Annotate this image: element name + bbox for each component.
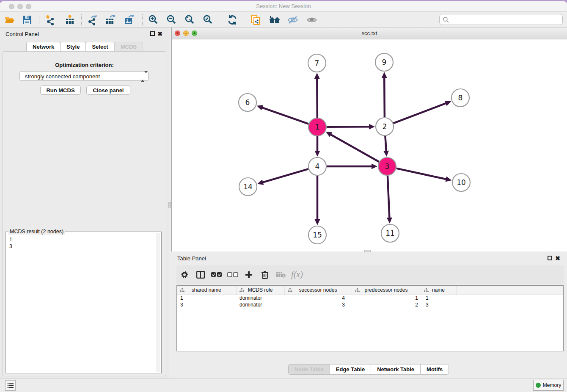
search-input[interactable]	[451, 15, 560, 24]
task-history-button[interactable]	[5, 380, 16, 391]
tab-network[interactable]: Network	[26, 42, 61, 51]
graph-node-3[interactable]: 3	[378, 157, 396, 175]
clone-network-icon[interactable]	[249, 14, 262, 26]
tab-mcds[interactable]: MCDS	[114, 42, 143, 51]
cell-MCDS-role[interactable]: dominator	[236, 301, 284, 308]
cell-filler	[456, 295, 563, 301]
cell-MCDS-role[interactable]: dominator	[236, 295, 284, 301]
cell-name[interactable]: 3	[421, 301, 456, 308]
cell-name[interactable]: 1	[421, 295, 456, 301]
graph-node-9[interactable]: 9	[375, 53, 393, 71]
optimization-label: Optimization criterion:	[3, 62, 166, 68]
export-network-icon[interactable]	[86, 14, 99, 26]
select-stepper-icon	[141, 73, 145, 80]
graph-node-15[interactable]: 15	[308, 226, 326, 244]
graph-edge-2-3[interactable]	[385, 136, 386, 152]
close-panel-button[interactable]: Close panel	[86, 86, 130, 95]
column-header-shared-name[interactable]: shared name	[177, 286, 236, 295]
app-window: Session: New Session	[0, 1, 567, 392]
tab-select[interactable]: Select	[85, 42, 114, 51]
open-session-icon[interactable]	[3, 14, 16, 26]
table-settings-icon[interactable]	[176, 271, 193, 279]
delete-column-icon[interactable]	[257, 271, 273, 279]
graph-node-8[interactable]: 8	[451, 89, 469, 107]
main-toolbar	[0, 12, 567, 28]
graph-edge-3-1[interactable]	[330, 134, 379, 162]
table-float-icon[interactable]	[548, 256, 552, 260]
graph-node-7[interactable]: 7	[308, 54, 326, 72]
table-close-icon[interactable]: ✖	[555, 256, 560, 261]
window-title: Session: New Session	[0, 3, 567, 9]
hide-selected-icon[interactable]	[286, 14, 299, 26]
graph-node-10[interactable]: 10	[452, 174, 470, 191]
graph-edge-1-6[interactable]	[261, 108, 308, 124]
tab-motifs[interactable]: Motifs	[420, 364, 449, 375]
column-header-predecessor-nodes[interactable]: predecessor nodes	[352, 286, 421, 295]
cell-predecessor-nodes[interactable]: 1	[352, 295, 421, 301]
tab-network-table[interactable]: Network Table	[371, 364, 421, 375]
memory-button[interactable]: Memory	[533, 380, 564, 391]
network-graph[interactable]: 1234678910111415	[172, 39, 567, 251]
close-panel-icon[interactable]: ✖	[157, 31, 162, 36]
export-table-icon[interactable]	[104, 14, 117, 26]
cell-shared-name[interactable]: 3	[177, 301, 236, 308]
cell-shared-name[interactable]: 1	[177, 295, 236, 301]
graph-edge-2-8[interactable]	[394, 103, 447, 123]
column-header-name[interactable]: name	[421, 286, 456, 295]
column-header-MCDS-role[interactable]: MCDS role	[236, 286, 284, 295]
cell-successor-nodes[interactable]: 3	[284, 301, 352, 308]
zoom-fit-icon[interactable]	[184, 14, 196, 26]
tab-node-table[interactable]: Node Table	[288, 364, 330, 375]
control-panel-tabs: NetworkStyleSelectMCDS	[0, 42, 169, 51]
optimization-select[interactable]: strongly connected component	[19, 71, 149, 81]
graph-edge-1-7[interactable]	[317, 78, 317, 118]
table-row[interactable]: 3dominator323	[177, 301, 563, 308]
network-titlebar[interactable]: × − + scc.txt	[172, 28, 567, 39]
tab-style[interactable]: Style	[60, 42, 86, 51]
graph-node-1[interactable]: 1	[308, 118, 326, 136]
show-all-icon[interactable]	[306, 14, 318, 26]
graph-node-11[interactable]: 11	[381, 224, 399, 242]
import-network-icon[interactable]	[44, 14, 56, 26]
zoom-selected-icon[interactable]	[202, 14, 215, 26]
import-table-icon[interactable]	[63, 14, 76, 26]
split-columns-icon[interactable]	[193, 271, 209, 279]
svg-text:11: 11	[385, 229, 395, 237]
save-session-icon[interactable]	[21, 14, 33, 26]
graph-edge-3-11[interactable]	[388, 176, 389, 218]
export-image-icon[interactable]	[123, 14, 135, 26]
result-scrollbar[interactable]	[156, 233, 160, 372]
graph-edge-2-9[interactable]	[384, 77, 385, 117]
zoom-in-icon[interactable]	[147, 14, 160, 26]
select-all-columns-icon[interactable]	[209, 272, 225, 277]
table-toolbar: f(x)	[176, 265, 564, 284]
svg-text:1: 1	[315, 123, 320, 131]
table-row[interactable]: 1dominator411	[177, 295, 563, 301]
mcds-result-text[interactable]: 13	[9, 236, 155, 372]
first-neighbors-icon[interactable]	[268, 14, 281, 26]
add-column-icon[interactable]	[241, 271, 257, 279]
column-header-successor-nodes[interactable]: successor nodes	[284, 286, 352, 295]
memory-status-icon	[536, 383, 541, 388]
graph-edge-3-10[interactable]	[396, 168, 446, 179]
graph-node-2[interactable]: 2	[376, 118, 394, 135]
deselect-all-columns-icon[interactable]	[225, 272, 241, 277]
graph-edge-4-14[interactable]	[262, 169, 308, 182]
graph-edge-1-2[interactable]	[327, 127, 370, 127]
run-mcds-button[interactable]: Run MCDS	[40, 86, 81, 95]
graph-edge-arrow	[369, 124, 375, 130]
graph-node-4[interactable]: 4	[308, 157, 326, 175]
graph-node-14[interactable]: 14	[239, 178, 257, 196]
vertical-splitter-handle[interactable]	[168, 202, 171, 208]
network-canvas[interactable]: 1234678910111415	[172, 39, 567, 251]
node-table-grid[interactable]: shared nameMCDS rolesuccessor nodesprede…	[177, 286, 563, 308]
refresh-layout-icon[interactable]	[226, 14, 239, 26]
cell-filler	[456, 301, 563, 308]
graph-node-6[interactable]: 6	[239, 94, 256, 111]
zoom-out-icon[interactable]	[165, 14, 178, 26]
tab-edge-table[interactable]: Edge Table	[330, 364, 371, 375]
cell-successor-nodes[interactable]: 4	[284, 295, 352, 301]
svg-text:7: 7	[315, 59, 319, 67]
float-panel-icon[interactable]	[150, 31, 155, 36]
cell-predecessor-nodes[interactable]: 2	[352, 301, 421, 308]
